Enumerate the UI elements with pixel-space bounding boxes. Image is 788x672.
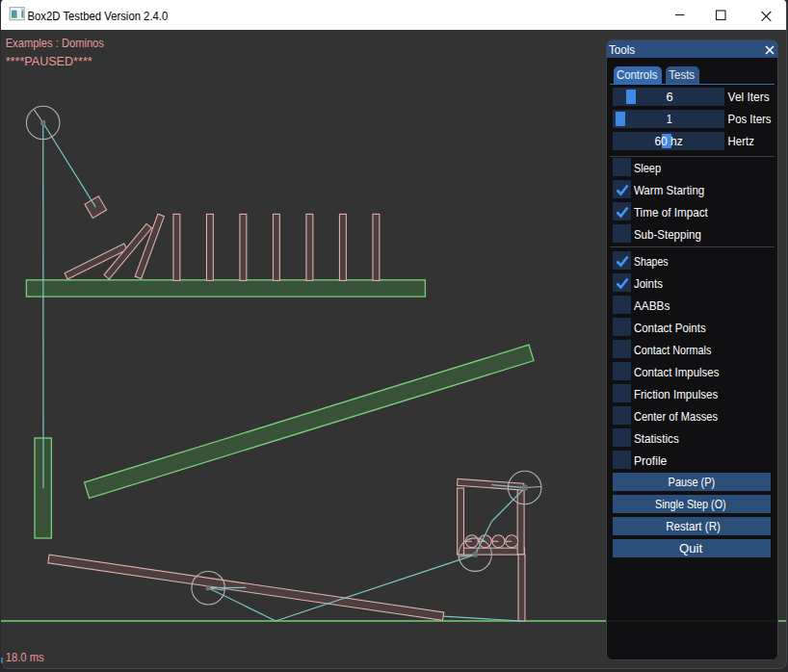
svg-text:Examples : Dominos: Examples : Dominos — [6, 36, 105, 50]
svg-text:****PAUSED****: ****PAUSED**** — [6, 54, 92, 68]
svg-text:18.0 ms: 18.0 ms — [6, 650, 44, 664]
